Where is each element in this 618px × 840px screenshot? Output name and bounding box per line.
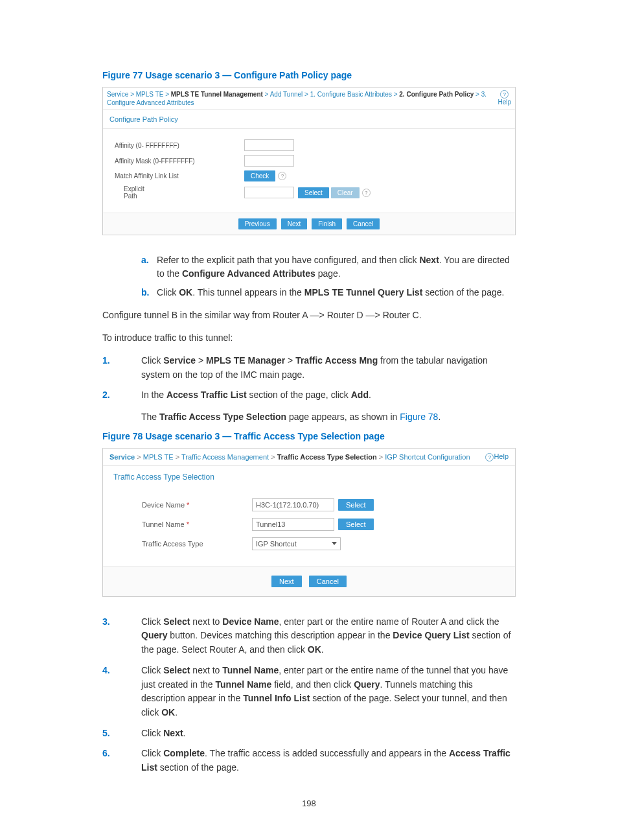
text: Click: [141, 355, 163, 366]
explicit-path-label: Explicit Path: [115, 185, 244, 200]
check-button[interactable]: Check: [244, 170, 275, 181]
text: Click: [157, 287, 179, 298]
finish-button[interactable]: Finish: [312, 218, 342, 229]
step-3: 3.Click Select next to Device Name, ente…: [102, 615, 516, 657]
bold-service: Service: [163, 355, 196, 366]
breadcrumb: Service > MPLS TE > MPLS TE Tunnel Manag…: [107, 90, 498, 107]
help-icon[interactable]: ?: [362, 189, 371, 197]
bold-next: Next: [419, 255, 439, 265]
next-button[interactable]: Next: [281, 218, 308, 229]
bold-traffic-access-type-selection: Traffic Access Type Selection: [159, 412, 286, 422]
cancel-button[interactable]: Cancel: [309, 576, 347, 587]
figure-78-caption: Figure 78 Usage scenario 3 — Traffic Acc…: [102, 431, 516, 441]
affinity-mask-label: Affinity Mask (0-FFFFFFFF): [115, 158, 244, 165]
crumb-mpls-te[interactable]: MPLS TE: [136, 91, 164, 98]
traffic-access-type-select[interactable]: IGP Shortcut: [252, 537, 341, 550]
text: >: [285, 355, 295, 366]
explicit-path-input[interactable]: [244, 187, 294, 198]
crumb-basic-attrs[interactable]: 1. Configure Basic Attributes: [310, 91, 392, 98]
bold-mpls-te-manager: MPLS TE Manager: [206, 355, 285, 366]
crumb-igp-shortcut[interactable]: IGP Shortcut Configuration: [385, 453, 470, 461]
crumb-service[interactable]: Service: [107, 91, 128, 98]
previous-button[interactable]: Previous: [238, 218, 277, 229]
text: .: [438, 412, 441, 422]
help-icon: ?: [500, 90, 509, 99]
text: In the: [141, 390, 166, 400]
step-marker: 2.: [102, 388, 141, 402]
text: page appears, as shown in: [286, 412, 400, 422]
text: Refer to the explicit path that you have…: [157, 255, 419, 265]
step-4: 4.Click Select next to Tunnel Name, ente…: [102, 664, 516, 720]
text: Click: [141, 616, 163, 627]
next-button[interactable]: Next: [271, 576, 302, 587]
affinity-input[interactable]: [244, 139, 294, 151]
text: section of the page.: [422, 287, 504, 298]
tunnel-name-input[interactable]: Tunnel13: [252, 518, 334, 531]
wizard-button-row: Next Cancel: [103, 566, 515, 596]
bold-query: Query: [141, 630, 167, 640]
bold-tunnel-info-list: Tunnel Info List: [243, 693, 310, 703]
match-linklist-label: Match Affinity Link List: [115, 172, 244, 180]
affinity-mask-input[interactable]: [244, 155, 294, 167]
text: Click: [141, 665, 163, 675]
help-icon: ?: [485, 453, 494, 461]
crumb-service[interactable]: Service: [109, 453, 135, 461]
bold-ok: OK: [308, 644, 321, 655]
select-button[interactable]: Select: [338, 519, 374, 530]
clear-button[interactable]: Clear: [331, 187, 360, 198]
crumb-traffic-access-mgmt[interactable]: Traffic Access Management: [181, 453, 269, 461]
bold-select: Select: [163, 616, 190, 627]
letter-steps: a.Refer to the explicit path that you ha…: [141, 253, 516, 299]
text: .: [321, 644, 324, 655]
panel-title: Configure Path Policy: [103, 110, 515, 129]
text: page.: [315, 268, 341, 279]
text: The: [141, 412, 159, 422]
bold-device-query-list: Device Query List: [393, 630, 469, 640]
step-a-marker: a.: [141, 253, 157, 267]
number-steps-top: 1.Click Service > MPLS TE Manager > Traf…: [102, 354, 516, 425]
crumb-add-tunnel[interactable]: Add Tunnel: [270, 91, 303, 98]
text: section of the page, click: [247, 390, 351, 400]
text: field, and then click: [271, 679, 354, 690]
text: .: [183, 728, 186, 738]
help-link[interactable]: ?Help: [485, 452, 509, 461]
step-a: a.Refer to the explicit path that you ha…: [141, 253, 516, 281]
device-name-label: Device Name *: [142, 501, 252, 509]
figure-77-caption: Figure 77 Usage scenario 3 — Configure P…: [102, 70, 516, 80]
text: Click: [141, 748, 163, 758]
text: section of the page.: [157, 762, 239, 773]
bold-next: Next: [163, 728, 183, 738]
text: .: [175, 707, 177, 718]
help-icon[interactable]: ?: [278, 172, 286, 180]
step-5: 5.Click Next.: [102, 727, 516, 741]
step-2: 2.In the Access Traffic List section of …: [102, 388, 516, 424]
bold-device-name: Device Name: [222, 616, 279, 627]
number-steps-bottom: 3.Click Select next to Device Name, ente…: [102, 615, 516, 775]
bold-access-traffic-list: Access Traffic List: [166, 390, 247, 400]
paragraph: To introduce traffic to this tunnel:: [102, 331, 516, 345]
figure-78-link[interactable]: Figure 78: [400, 412, 438, 422]
device-name-input[interactable]: H3C-1(172.10.0.70): [252, 498, 334, 511]
tunnel-name-label: Tunnel Name *: [142, 520, 252, 528]
wizard-button-row: Previous Next Finish Cancel: [103, 213, 515, 235]
text: . The traffic access is added successful…: [205, 748, 449, 758]
help-link[interactable]: ? Help: [498, 90, 511, 106]
step-6: 6.Click Complete. The traffic access is …: [102, 747, 516, 775]
bold-tunnel-name-field: Tunnel Name: [215, 679, 271, 690]
select-button[interactable]: Select: [298, 187, 329, 198]
crumb-mpls-te[interactable]: MPLS TE: [143, 453, 174, 461]
text: .: [369, 390, 371, 400]
crumb-path-policy: 2. Configure Path Policy: [399, 91, 474, 98]
bold-ok: OK: [179, 287, 192, 298]
bold-query: Query: [354, 679, 380, 690]
crumb-tunnel-mgmt[interactable]: MPLS TE Tunnel Management: [171, 91, 263, 98]
bold-query-list: MPLS TE Tunnel Query List: [304, 287, 423, 298]
bold-traffic-access-mng: Traffic Access Mng: [295, 355, 378, 366]
step-marker: 3.: [102, 615, 141, 629]
bold-select: Select: [163, 665, 190, 675]
cancel-button[interactable]: Cancel: [347, 218, 380, 229]
select-button[interactable]: Select: [338, 499, 374, 511]
step-marker: 6.: [102, 747, 141, 761]
step-b: b.Click OK. This tunnel appears in the M…: [141, 286, 516, 299]
bold-add: Add: [351, 390, 369, 400]
